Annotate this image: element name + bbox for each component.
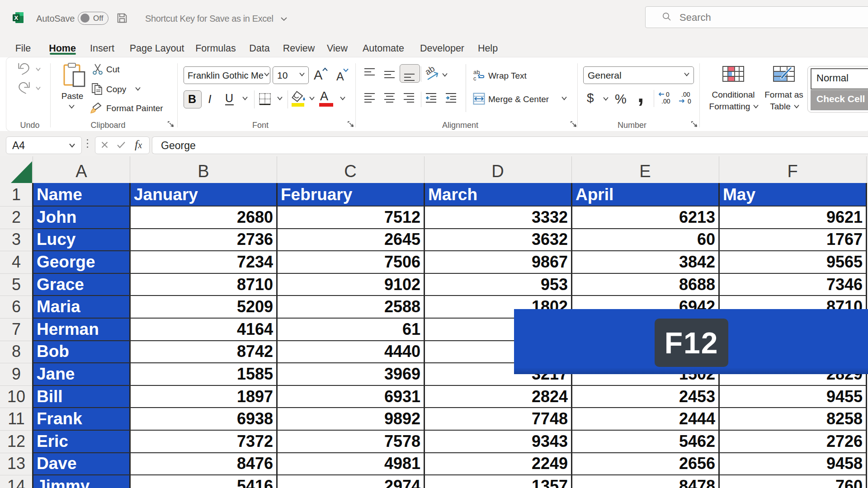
svg-text:.00: .00 [661,98,670,105]
svg-text:X: X [14,14,18,21]
svg-text:c: c [473,75,476,82]
svg-text:0: 0 [688,98,691,105]
svg-text:0: 0 [666,91,670,98]
svg-text:.00: .00 [681,91,690,98]
